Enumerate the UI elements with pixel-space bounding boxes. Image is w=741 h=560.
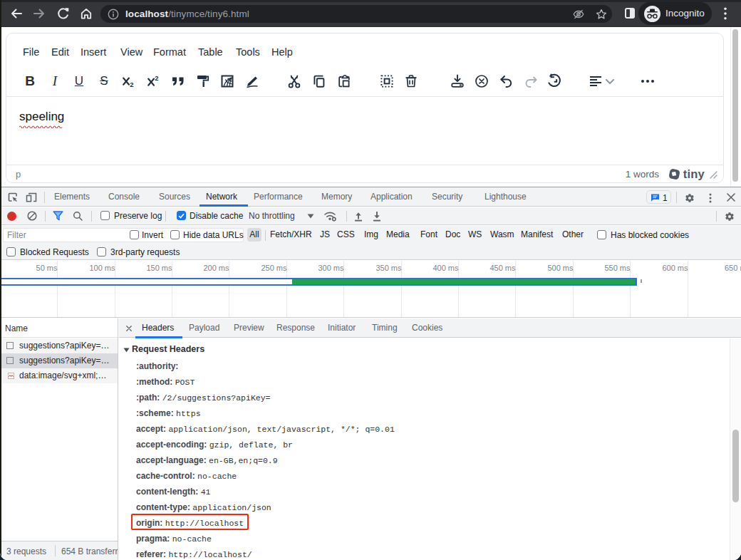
svg-text:2: 2 xyxy=(130,81,133,88)
svg-text:2: 2 xyxy=(155,74,158,82)
